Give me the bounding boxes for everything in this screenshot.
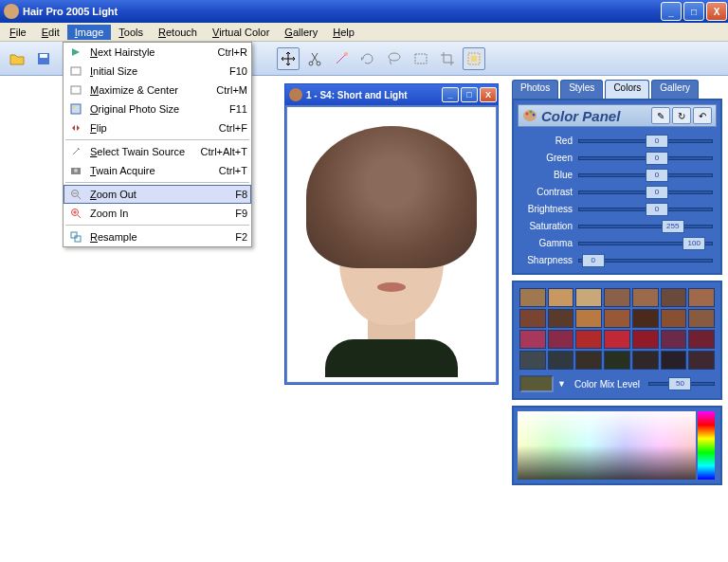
slider-row-brightness: Brightness0 [518,201,717,217]
minimize-button[interactable]: _ [661,2,682,21]
menu-item-zoom-out[interactable]: Zoom OutF8 [64,185,251,204]
open-button[interactable] [6,47,28,70]
menu-file[interactable]: File [2,25,34,40]
image-canvas[interactable] [285,105,498,384]
color-swatch[interactable] [661,288,687,307]
color-swatch[interactable] [548,330,574,349]
sharpness-slider[interactable]: 0 [578,259,713,263]
color-swatch[interactable] [519,288,546,307]
color-swatch[interactable] [688,351,715,370]
save-button[interactable] [32,47,55,70]
color-swatch[interactable] [632,309,659,328]
mix-slider-thumb[interactable]: 50 [668,377,691,390]
child-maximize-button[interactable]: □ [461,87,478,102]
slider-thumb[interactable]: 100 [682,237,705,250]
undo-button[interactable]: ↶ [693,107,712,124]
color-swatch[interactable] [575,309,602,328]
color-swatch[interactable] [632,288,659,307]
rotate-tool[interactable] [356,47,379,70]
menu-item-resample[interactable]: ResampleF2 [64,227,251,246]
child-minimize-button[interactable]: _ [442,87,459,102]
menu-retouch[interactable]: Retouch [151,25,205,40]
marquee-tool[interactable] [463,47,485,70]
slider-row-contrast: Contrast0 [518,184,717,200]
color-swatch[interactable] [604,330,630,349]
color-swatch[interactable] [548,309,574,328]
gamma-slider[interactable]: 100 [578,242,713,245]
mix-slider[interactable]: 50 [648,382,715,386]
color-swatch[interactable] [661,309,687,328]
tab-photos[interactable]: Photos [512,80,558,99]
color-swatch[interactable] [604,351,630,370]
slider-row-saturation: Saturation255 [518,218,717,234]
color-swatch[interactable] [632,330,659,349]
photo-icon [67,101,84,117]
slider-label: Sharpness [518,255,578,265]
tab-gallery[interactable]: Gallery [651,80,699,99]
color-swatch[interactable] [548,288,574,307]
color-swatch[interactable] [632,351,659,370]
menu-item-next-hairstyle[interactable]: Next HairstyleCtrl+R [64,43,251,62]
slider-thumb[interactable]: 0 [646,135,668,148]
color-swatch[interactable] [688,309,715,328]
slider-thumb[interactable]: 0 [646,169,668,182]
menu-tools[interactable]: Tools [111,25,151,40]
rect-select-tool[interactable] [410,47,432,70]
color-swatch[interactable] [575,288,602,307]
color-swatch[interactable] [519,330,546,349]
menu-item-zoom-in[interactable]: Zoom InF9 [64,204,251,223]
color-swatch[interactable] [604,288,630,307]
panel-tabs: PhotosStylesColorsGallery [512,80,722,99]
child-close-button[interactable]: X [480,87,497,102]
color-swatch[interactable] [548,351,574,370]
menu-help[interactable]: Help [325,25,362,40]
tab-styles[interactable]: Styles [560,80,603,99]
slider-thumb[interactable]: 0 [646,152,668,165]
slider-row-sharpness: Sharpness0 [518,252,717,268]
menu-image[interactable]: Image [67,25,112,40]
wand-tool[interactable] [330,47,353,70]
slider-thumb[interactable]: 0 [646,186,668,199]
color-swatch[interactable] [661,351,687,370]
menu-item-original-photo-size[interactable]: Original Photo SizeF11 [64,100,251,118]
slider-thumb[interactable]: 0 [646,203,668,216]
menu-item-flip[interactable]: FlipCtrl+F [64,118,251,137]
blue-slider[interactable]: 0 [578,173,713,177]
menu-item-twain-acquire[interactable]: Twain AcquireCtrl+T [64,161,251,180]
move-tool[interactable] [277,47,300,70]
slider-label: Green [518,153,578,163]
color-swatch[interactable] [688,288,715,307]
red-slider[interactable]: 0 [578,139,713,143]
color-swatch[interactable] [519,309,546,328]
color-swatch[interactable] [575,330,602,349]
svg-point-14 [74,169,78,172]
menu-edit[interactable]: Edit [34,25,67,40]
green-slider[interactable]: 0 [578,156,713,160]
tab-colors[interactable]: Colors [605,80,649,99]
menu-gallery[interactable]: Gallery [277,25,325,40]
menu-virtual-color[interactable]: Virtual Color [205,25,277,40]
reset-button[interactable]: ↻ [672,107,691,124]
mix-preview-swatch[interactable] [519,375,554,392]
slider-thumb[interactable]: 255 [662,220,684,233]
lasso-tool[interactable] [383,47,406,70]
color-swatch[interactable] [604,309,630,328]
eyedropper-button[interactable]: ✎ [651,107,670,124]
menu-item-select-twain-source[interactable]: Select Twain SourceCtrl+Alt+T [64,142,251,161]
maximize-button[interactable]: □ [683,2,704,21]
color-swatch[interactable] [688,330,715,349]
brightness-slider[interactable]: 0 [578,208,713,211]
menu-item-maximize-center[interactable]: Maximize & CenterCtrl+M [64,81,251,100]
cut-tool[interactable] [303,47,326,70]
hue-bar[interactable] [698,411,715,480]
color-swatch[interactable] [519,351,546,370]
saturation-slider[interactable]: 255 [578,225,713,228]
crop-tool[interactable] [436,47,459,70]
menubar: FileEditImageToolsRetouchVirtual ColorGa… [0,23,728,42]
color-swatch[interactable] [661,330,687,349]
color-swatch[interactable] [575,351,602,370]
close-button[interactable]: X [706,2,727,21]
menu-item-initial-size[interactable]: Initial SizeF10 [64,62,251,81]
contrast-slider[interactable]: 0 [578,190,713,194]
slider-thumb[interactable]: 0 [582,254,605,267]
